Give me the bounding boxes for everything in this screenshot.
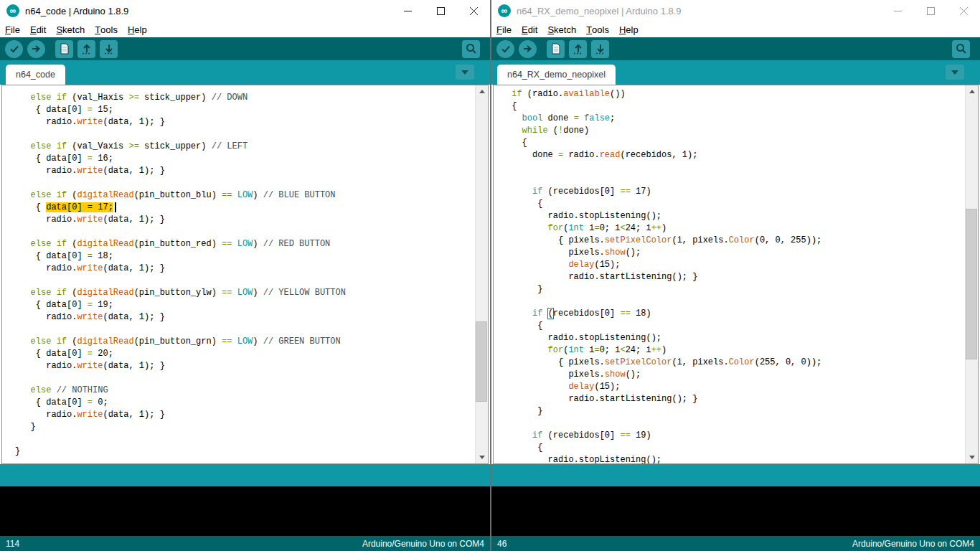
titlebar[interactable]: ∞ n64_RX_demo_neopixel | Arduino 1.8.9 — [491, 0, 980, 22]
open-button[interactable] — [77, 40, 95, 58]
menu-bar: File Edit Sketch Tools Help — [491, 22, 980, 37]
code-editor[interactable]: if (radio.available()) { bool done = fal… — [493, 85, 979, 464]
code-line: pixels.show(); — [507, 369, 966, 381]
code-line: { — [507, 442, 966, 454]
code-line: { pixels.setPixelColor(i, pixels.Color(0… — [507, 235, 966, 247]
code-line: radio.write(data, 1); } — [15, 214, 476, 226]
verify-button[interactable] — [496, 40, 514, 58]
scroll-down-arrow-icon[interactable] — [966, 451, 978, 463]
code-line: radio.startListening(); } — [507, 271, 966, 283]
code-line: else // NOTHING — [15, 385, 476, 397]
board-port-status: Arduino/Genuino Uno on COM4 — [362, 539, 484, 549]
close-button[interactable] — [947, 0, 980, 22]
code-line — [15, 226, 476, 238]
tab-menu-button[interactable] — [456, 65, 474, 80]
menu-tools[interactable]: Tools — [90, 22, 123, 37]
code-line: radio.write(data, 1); } — [15, 311, 476, 324]
code-line: else if (digitalRead(pin_button_blu) == … — [15, 189, 476, 202]
save-button[interactable] — [100, 40, 118, 58]
status-band — [491, 464, 980, 486]
code-line: } — [15, 446, 476, 458]
code-area[interactable]: else if (val_Haxis >= stick_upper) // DO… — [2, 85, 476, 463]
line-number: 46 — [497, 539, 507, 549]
code-line: } — [507, 405, 966, 418]
serial-monitor-button[interactable] — [952, 40, 970, 58]
window-n64-rx-demo-neopixel: ∞ n64_RX_demo_neopixel | Arduino 1.8.9 F… — [490, 0, 980, 551]
code-line: { — [507, 198, 966, 210]
menu-sketch[interactable]: Sketch — [542, 22, 581, 37]
scrollbar-thumb[interactable] — [476, 321, 487, 402]
maximize-button[interactable] — [424, 0, 457, 22]
code-line: { data[0] = 17; — [15, 202, 476, 214]
tab-n64-rx-demo-neopixel[interactable]: n64_RX_demo_neopixel — [497, 65, 616, 85]
menu-file[interactable]: File — [0, 22, 25, 37]
editor-scrollbar[interactable] — [965, 85, 978, 463]
code-line: { pixels.setPixelColor(i, pixels.Color(2… — [507, 357, 966, 369]
menu-sketch[interactable]: Sketch — [51, 22, 90, 37]
menu-file[interactable]: File — [491, 22, 517, 37]
serial-monitor-button[interactable] — [462, 40, 480, 58]
code-line: else if (digitalRead(pin_button_grn) == … — [15, 336, 476, 348]
scroll-down-arrow-icon[interactable] — [476, 451, 488, 463]
code-line: else if (val_Vaxis >= stick_upper) // LE… — [15, 141, 476, 153]
code-line: while (!done) — [507, 125, 966, 137]
code-line: for(int i=0; i<24; i++) — [507, 344, 966, 357]
code-area[interactable]: if (radio.available()) { bool done = fal… — [494, 85, 966, 463]
chevron-down-icon — [951, 70, 958, 75]
toolbar — [491, 37, 980, 60]
chevron-down-icon — [461, 70, 468, 75]
window-title: n64_code | Arduino 1.8.9 — [25, 6, 128, 17]
code-line: if (recebidos[0] == 19) — [507, 430, 966, 442]
menu-edit[interactable]: Edit — [517, 22, 542, 37]
code-line: radio.write(data, 1); } — [15, 263, 476, 275]
window-n64-code: ∞ n64_code | Arduino 1.8.9 File Edit Ske… — [0, 0, 490, 551]
new-sketch-button[interactable] — [547, 40, 565, 58]
code-line: { — [507, 320, 966, 332]
tab-strip: n64_RX_demo_neopixel — [491, 60, 980, 85]
code-line: else if (val_Haxis >= stick_upper) // DO… — [15, 92, 476, 104]
code-line — [15, 128, 476, 141]
close-button[interactable] — [457, 0, 490, 22]
tab-menu-button[interactable] — [946, 65, 964, 80]
titlebar[interactable]: ∞ n64_code | Arduino 1.8.9 — [0, 0, 490, 22]
new-sketch-button[interactable] — [55, 40, 73, 58]
maximize-button[interactable] — [914, 0, 947, 22]
scroll-up-arrow-icon[interactable] — [966, 85, 978, 98]
editor-scrollbar[interactable] — [475, 85, 488, 463]
save-button[interactable] — [591, 40, 609, 58]
scrollbar-thumb[interactable] — [966, 209, 977, 359]
tab-n64-code[interactable]: n64_code — [6, 65, 65, 85]
code-line: radio.write(data, 1); } — [15, 360, 476, 372]
selected-text: data[0] = 17; — [46, 202, 113, 212]
line-status-bar: 114 Arduino/Genuino Uno on COM4 — [0, 536, 490, 551]
code-editor[interactable]: else if (val_Haxis >= stick_upper) // DO… — [1, 85, 489, 464]
menu-bar: File Edit Sketch Tools Help — [0, 22, 490, 37]
menu-edit[interactable]: Edit — [25, 22, 51, 37]
code-line: if (recebidos[0] == 18) — [507, 308, 966, 320]
verify-button[interactable] — [5, 40, 23, 58]
minimize-button[interactable] — [881, 0, 914, 22]
upload-button[interactable] — [519, 40, 537, 58]
code-line: radio.startListening(); } — [507, 393, 966, 405]
code-line: { — [507, 137, 966, 149]
line-number: 114 — [6, 539, 19, 549]
open-button[interactable] — [569, 40, 587, 58]
window-title: n64_RX_demo_neopixel | Arduino 1.8.9 — [517, 6, 682, 17]
code-line: radio.write(data, 1); } — [15, 116, 476, 128]
menu-tools[interactable]: Tools — [581, 22, 614, 37]
code-line: { data[0] = 19; — [15, 299, 476, 311]
menu-help[interactable]: Help — [614, 22, 644, 37]
code-line: { data[0] = 16; — [15, 153, 476, 165]
code-line — [15, 177, 476, 189]
upload-button[interactable] — [27, 40, 45, 58]
code-line — [507, 296, 966, 308]
code-line: } — [507, 283, 966, 296]
code-line — [507, 161, 966, 174]
caret-box: ( — [548, 309, 553, 319]
scroll-up-arrow-icon[interactable] — [476, 85, 488, 98]
minimize-button[interactable] — [391, 0, 424, 22]
arduino-logo-icon: ∞ — [6, 4, 19, 17]
board-port-status: Arduino/Genuino Uno on COM4 — [852, 539, 974, 549]
menu-help[interactable]: Help — [123, 22, 152, 37]
text-caret — [115, 202, 116, 212]
